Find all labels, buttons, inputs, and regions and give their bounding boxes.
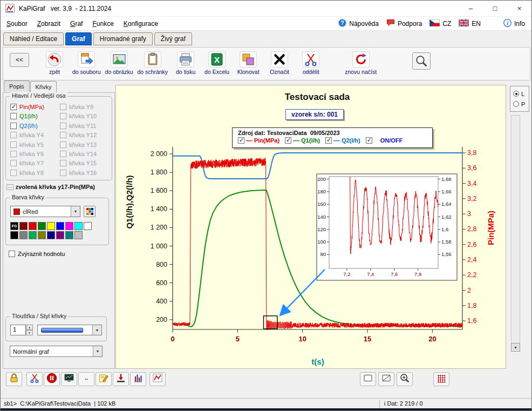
menu-graf[interactable]: Graf (65, 18, 87, 30)
panel-tab-popis[interactable]: Popis (4, 80, 30, 92)
radio-icon[interactable] (513, 101, 519, 107)
line-style-select[interactable]: ▼ (37, 325, 102, 335)
scissors-button[interactable] (26, 372, 43, 386)
support-menu[interactable]: Podpora (386, 19, 422, 28)
palette-color-00ffff[interactable] (74, 222, 83, 230)
svg-text:1,56: 1,56 (441, 251, 452, 257)
back-button[interactable]: zpět (41, 51, 68, 75)
bars-chart-button[interactable] (130, 372, 146, 386)
menu-zobrazit[interactable]: Zobrazit (32, 18, 65, 30)
spin-down-button[interactable]: ▼ (26, 330, 33, 335)
to-image-button[interactable]: do obrázku (105, 51, 133, 75)
curve-checkbox-pin-mpa[interactable]: Pin(MPa) (10, 104, 44, 110)
fg-color-cell[interactable]: FG (10, 222, 18, 230)
grid-button[interactable] (433, 372, 449, 386)
checkbox (60, 151, 66, 157)
more-button[interactable]: ... (6, 184, 13, 190)
checkbox[interactable] (9, 251, 15, 257)
annotate-button[interactable] (96, 372, 112, 386)
palette-color-0000ff[interactable] (56, 222, 64, 230)
chevron-down-icon[interactable]: ▼ (93, 346, 102, 356)
tab-hromadne-grafy[interactable]: Hromadné grafy (93, 32, 153, 45)
minimize-button[interactable]: – (459, 1, 483, 16)
palette-color-800000[interactable] (19, 222, 28, 230)
chart-area[interactable]: Testovací sada vzorek s/n: 001 Zdroj dat… (115, 85, 506, 369)
to-file-button[interactable]: do souboru (72, 51, 101, 75)
palette-color-008080[interactable] (65, 231, 73, 239)
help-menu[interactable]: ?Nápověda (338, 19, 379, 29)
palette-color-ffffff[interactable] (84, 222, 92, 230)
tab-nahled-editace[interactable]: Náhled / Editace (3, 32, 64, 45)
curve-checkbox-krivka-y5: křivka Y5 (10, 142, 44, 148)
palette-color-e00000[interactable] (29, 222, 37, 230)
palette-color-ff00ff[interactable] (65, 222, 73, 230)
chevron-down-icon[interactable]: ▼ (92, 325, 101, 335)
palette-color-ffff00[interactable] (47, 222, 55, 230)
maximize-button[interactable]: □ (483, 1, 507, 16)
checkbox[interactable] (10, 104, 17, 110)
menu-konfigurace[interactable]: Konfigurace (119, 18, 163, 30)
legend-line-sample: — (333, 137, 340, 144)
palette-color-808000[interactable] (38, 231, 46, 239)
close-button[interactable]: × (507, 1, 531, 16)
to-clipboard-button[interactable]: do schránky (138, 51, 168, 75)
palette-button[interactable] (84, 206, 96, 217)
collapse-button[interactable]: << (10, 53, 29, 67)
lang-cz-button[interactable]: CZ (429, 19, 451, 28)
legend-checkbox[interactable] (325, 137, 332, 144)
svg-text:200: 200 (156, 316, 167, 324)
zoom-in-button[interactable] (397, 372, 413, 386)
radio-icon[interactable] (513, 91, 519, 97)
spin-up-button[interactable]: ▲ (26, 325, 33, 330)
curve-checkbox-q2-l-h[interactable]: Q2(l/h) (10, 123, 38, 129)
palette-color-000000[interactable] (10, 231, 18, 239)
scroll-down-button[interactable]: ▼ (511, 343, 520, 352)
selection-rect-button[interactable] (360, 372, 376, 386)
color-select[interactable]: clRed ▼ (10, 206, 80, 217)
palette-color-00b050[interactable] (29, 231, 37, 239)
svg-text:2: 2 (467, 287, 471, 294)
checkbox[interactable] (10, 123, 17, 129)
search-button[interactable] (412, 52, 431, 70)
mark-button[interactable]: Označit (266, 51, 293, 75)
menu-soubor[interactable]: Soubor (2, 18, 32, 30)
separate-button[interactable]: oddělit (297, 51, 324, 75)
tab-graf[interactable]: Graf (65, 32, 92, 45)
app-window: KaPiGraf ver. 3,9 - 21.11.2024 – □ × Sou… (0, 0, 532, 411)
selection-diagonal-button[interactable] (378, 372, 394, 386)
menu-funkce[interactable]: Funkce (87, 18, 118, 30)
info-menu[interactable]: iInfo (503, 19, 525, 29)
import-button[interactable] (113, 372, 129, 386)
panel-tab-krivky[interactable]: Křivky (30, 81, 57, 92)
monitor-button[interactable] (61, 372, 77, 386)
lock-button[interactable] (6, 372, 22, 386)
palette-color-008000[interactable] (38, 222, 46, 230)
thickness-spinner[interactable]: 1 ▲▼ (10, 325, 33, 335)
legend-checkbox[interactable] (238, 137, 244, 144)
highlight-checkbox[interactable]: Zvýraznit hodnotu (9, 251, 65, 257)
checkbox[interactable] (10, 113, 17, 119)
legend-checkbox[interactable] (366, 137, 372, 144)
chart-scrollbar[interactable]: ▼ (511, 115, 520, 352)
radio-right-axis[interactable]: P (513, 99, 529, 109)
palette-color-c0c0c0[interactable] (74, 231, 83, 239)
palette-color-000080[interactable] (47, 231, 55, 239)
palette-color-800080[interactable] (56, 231, 64, 239)
radio-left-axis[interactable]: L (513, 89, 529, 99)
to-print-button[interactable]: do tisku (172, 51, 199, 75)
clone-button[interactable]: Klonovat (235, 51, 262, 75)
tab-zivy-graf[interactable]: Živý graf (154, 32, 192, 45)
pause-button[interactable] (44, 372, 60, 386)
line-chart-button[interactable] (149, 372, 166, 386)
legend-checkbox[interactable] (285, 137, 291, 144)
chevron-down-icon[interactable]: ▼ (71, 206, 80, 217)
curve-checkbox-krivka-y6: křivka Y6 (10, 151, 44, 157)
lang-en-button[interactable]: EN (459, 19, 481, 28)
graph-type-select[interactable]: Normální graf ▼ (10, 346, 103, 357)
palette-color-808080[interactable] (19, 231, 28, 239)
curve-checkbox-q1-l-h[interactable]: Q1(l/h) (10, 113, 38, 119)
selected-curve-row: ... zvolená křivka y17-Pin(MPa) (6, 184, 95, 190)
reload-button[interactable]: znovu načíst (345, 51, 377, 75)
more-button[interactable]: .. (78, 372, 94, 386)
to-excel-button[interactable]: Xdo Excelu (203, 51, 230, 75)
